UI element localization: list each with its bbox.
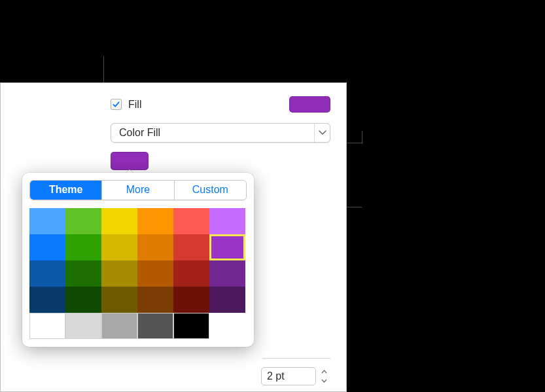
tab-theme[interactable]: Theme — [30, 181, 101, 200]
color-swatch[interactable] — [137, 208, 173, 234]
tab-custom[interactable]: Custom — [174, 181, 246, 200]
checkmark-icon — [113, 101, 120, 108]
fill-color-swatch[interactable] — [111, 152, 149, 170]
color-swatch[interactable] — [173, 313, 209, 339]
tab-more[interactable]: More — [101, 181, 173, 200]
color-picker-popover: ThemeMoreCustom — [22, 173, 254, 347]
color-picker-tabs: ThemeMoreCustom — [29, 180, 247, 200]
color-swatch[interactable] — [173, 234, 209, 260]
theme-color-grid — [29, 208, 247, 313]
color-swatch[interactable] — [137, 287, 173, 313]
color-swatch[interactable] — [65, 234, 101, 260]
color-swatch[interactable] — [209, 260, 245, 287]
separator — [262, 358, 330, 359]
color-swatch[interactable] — [65, 313, 101, 339]
color-swatch[interactable] — [29, 208, 65, 234]
color-swatch[interactable] — [209, 287, 245, 313]
color-swatch[interactable] — [209, 234, 245, 260]
color-swatch[interactable] — [101, 208, 137, 234]
color-swatch[interactable] — [137, 313, 173, 339]
fill-row: Fill — [1, 95, 346, 119]
color-swatch[interactable] — [101, 260, 137, 287]
chevron-down-icon — [319, 376, 329, 385]
chevron-down-icon — [314, 124, 330, 142]
color-swatch[interactable] — [65, 287, 101, 313]
color-swatch[interactable] — [65, 260, 101, 287]
color-swatch[interactable] — [29, 313, 65, 339]
fill-type-label: Color Fill — [111, 127, 314, 139]
stroke-width-field-1: 2 pt — [261, 367, 329, 385]
value-field[interactable]: 2 pt — [261, 367, 316, 385]
fill-checkbox[interactable] — [111, 99, 122, 110]
color-swatch[interactable] — [101, 313, 137, 339]
callout-line — [362, 131, 362, 144]
color-swatch[interactable] — [137, 234, 173, 260]
chevron-up-icon — [319, 367, 329, 376]
color-swatch[interactable] — [173, 287, 209, 313]
color-swatch[interactable] — [173, 260, 209, 287]
stepper[interactable] — [319, 367, 329, 385]
color-swatch[interactable] — [101, 234, 137, 260]
grayscale-row — [29, 313, 247, 339]
color-swatch[interactable] — [137, 260, 173, 287]
fill-label: Fill — [128, 99, 289, 111]
fill-preview-swatch[interactable] — [289, 96, 330, 113]
color-swatch[interactable] — [173, 208, 209, 234]
fill-type-dropdown[interactable]: Color Fill — [111, 123, 330, 143]
color-swatch[interactable] — [29, 260, 65, 287]
color-grid-wrap — [22, 200, 254, 347]
color-swatch[interactable] — [29, 287, 65, 313]
color-swatch[interactable] — [209, 208, 245, 234]
color-swatch[interactable] — [65, 208, 101, 234]
color-swatch[interactable] — [101, 287, 137, 313]
color-swatch[interactable] — [29, 234, 65, 260]
